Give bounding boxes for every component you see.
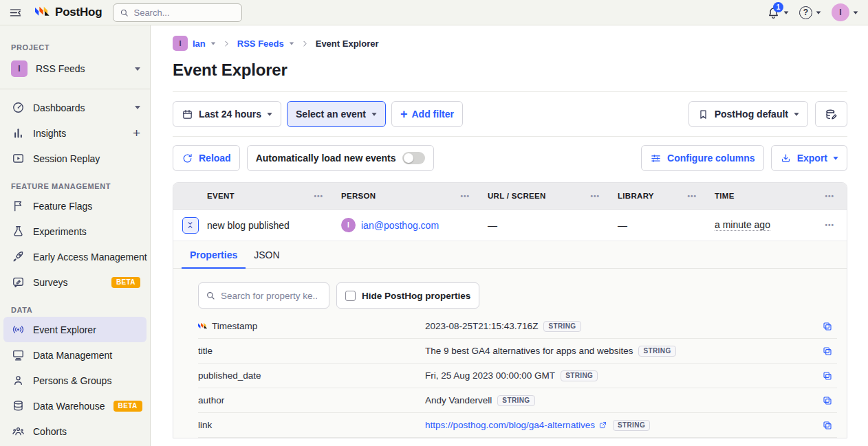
database-icon [11, 399, 25, 413]
chevron-down-icon[interactable] [290, 42, 294, 45]
column-menu-icon[interactable]: ••• [825, 192, 834, 200]
plus-icon: + [400, 108, 408, 120]
copy-icon[interactable] [816, 420, 837, 431]
chevron-down-icon [794, 113, 799, 116]
column-header-library: LIBRARY [618, 192, 654, 200]
tab-properties[interactable]: Properties [182, 241, 246, 268]
sidebar-item-experiments[interactable]: Experiments [0, 219, 150, 244]
column-header-url: URL / SCREEN [488, 192, 546, 200]
beta-badge: BETA [113, 401, 142, 412]
user-menu[interactable]: I [832, 3, 858, 21]
flag-icon [11, 199, 25, 213]
chevron-down-icon[interactable] [211, 42, 215, 45]
chevron-down-icon [816, 11, 821, 14]
events-table: EVENT••• PERSON••• URL / SCREEN••• LIBRA… [173, 182, 847, 438]
rocket-icon [11, 250, 25, 264]
type-badge: STRING [543, 321, 581, 332]
sidebar-item-feature-flags[interactable]: Feature Flags [0, 193, 150, 219]
sidebar-item-session-replay[interactable]: Session Replay [0, 146, 150, 171]
tab-json[interactable]: JSON [246, 241, 287, 268]
column-menu-icon[interactable]: ••• [314, 192, 323, 200]
event-time: a minute ago [715, 219, 770, 231]
sidebar-item-surveys[interactable]: Surveys BETA [0, 269, 150, 295]
chevron-down-icon [135, 67, 140, 71]
configure-columns-button[interactable]: Configure columns [641, 145, 764, 171]
chevron-down-icon [833, 157, 838, 160]
new-insight-plus-icon[interactable]: + [133, 126, 140, 140]
sidebar-item-dashboards[interactable]: Dashboards [0, 95, 150, 120]
checkbox-icon[interactable] [345, 291, 356, 301]
date-range-button[interactable]: Last 24 hours [173, 101, 281, 127]
sidebar-item-early-access[interactable]: Early Access Management [0, 244, 150, 269]
beta-badge: BETA [111, 277, 140, 288]
property-key: author [198, 395, 224, 405]
help-menu[interactable]: ? [799, 6, 821, 19]
add-filter-button[interactable]: + Add filter [391, 101, 463, 127]
chevron-down-icon [784, 11, 789, 14]
breadcrumb-project[interactable]: RSS Feeds [237, 38, 284, 49]
help-icon: ? [799, 6, 812, 19]
sidebar-section-data: DATA [11, 306, 139, 314]
person-icon [11, 374, 25, 388]
bar-chart-icon [11, 126, 25, 140]
download-icon [780, 153, 792, 164]
collapse-icon [185, 220, 195, 230]
chevron-right-icon [301, 39, 310, 48]
column-menu-icon[interactable]: ••• [590, 192, 600, 200]
event-name: new blog published [207, 220, 290, 231]
copy-icon[interactable] [816, 346, 837, 357]
person-email-link[interactable]: ian@posthog.com [361, 220, 439, 231]
notifications-menu[interactable]: 1 [767, 6, 789, 19]
chevron-down-icon [854, 11, 858, 14]
global-search-input[interactable] [133, 8, 223, 18]
sidebar-collapse-icon [8, 5, 23, 20]
sidebar-item-data-warehouse[interactable]: Data Warehouse BETA [0, 393, 150, 419]
event-detail-panel: Properties JSON Hide PostHog properties [173, 241, 847, 438]
posthog-logo[interactable]: PostHog [35, 5, 102, 19]
sidebar-item-persons-groups[interactable]: Persons & Groups [0, 368, 150, 393]
sidebar-item-event-explorer[interactable]: Event Explorer [3, 317, 147, 342]
user-avatar: I [832, 3, 849, 21]
row-menu-icon[interactable]: ••• [825, 221, 834, 229]
column-header-time: TIME [715, 192, 735, 200]
property-key: published_date [198, 370, 261, 381]
global-search[interactable] [113, 3, 242, 22]
property-row: link https://posthog.com/blog/ga4-altern… [198, 413, 837, 438]
property-search-input[interactable] [221, 291, 317, 301]
collapse-row-button[interactable] [182, 217, 199, 234]
saved-view-button[interactable]: PostHog default [688, 101, 808, 127]
select-event-button[interactable]: Select an event [287, 101, 386, 127]
posthog-logo-text: PostHog [55, 5, 102, 19]
column-menu-icon[interactable]: ••• [687, 192, 697, 200]
project-switcher[interactable]: I RSS Feeds [0, 54, 150, 83]
copy-icon[interactable] [816, 321, 837, 332]
project-avatar: I [11, 60, 28, 77]
copy-icon[interactable] [816, 370, 837, 381]
reload-button[interactable]: Reload [173, 145, 240, 171]
sidebar-item-data-management[interactable]: Data Management [0, 342, 150, 368]
person-avatar: I [341, 218, 356, 232]
hide-posthog-properties[interactable]: Hide PostHog properties [336, 282, 479, 309]
property-value: 2023-08-25T21:15:43.716Z [425, 321, 538, 331]
chevron-down-icon[interactable] [135, 106, 140, 109]
autoload-toggle[interactable] [402, 152, 425, 164]
database-edit-icon [825, 108, 838, 121]
edit-source-button[interactable] [815, 101, 847, 127]
breadcrumb-current: Event Explorer [316, 38, 379, 49]
property-search[interactable] [198, 282, 329, 309]
posthog-logo-icon [35, 6, 50, 19]
export-button[interactable]: Export [771, 145, 847, 171]
flask-icon [11, 225, 25, 238]
property-key: Timestamp [212, 321, 257, 331]
column-menu-icon[interactable]: ••• [460, 192, 470, 200]
refresh-icon [182, 153, 193, 164]
table-toolbar: Reload Automatically load new events Con… [173, 137, 847, 175]
bookmark-icon [697, 109, 709, 120]
sidebar-item-cohorts[interactable]: Cohorts [0, 419, 150, 444]
breadcrumb-org[interactable]: Ian [193, 38, 206, 49]
sidebar-item-insights[interactable]: Insights + [0, 120, 150, 146]
sidebar-toggle-button[interactable] [8, 5, 23, 20]
copy-icon[interactable] [816, 395, 837, 406]
property-value-link[interactable]: https://posthog.com/blog/ga4-alternative… [425, 420, 607, 430]
search-icon [205, 290, 216, 301]
